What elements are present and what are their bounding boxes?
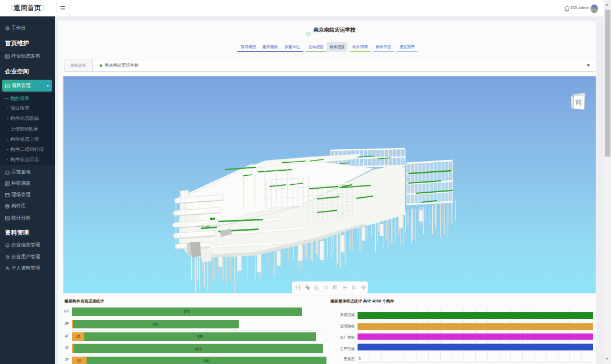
svg-text:前: 前 xyxy=(575,98,582,106)
